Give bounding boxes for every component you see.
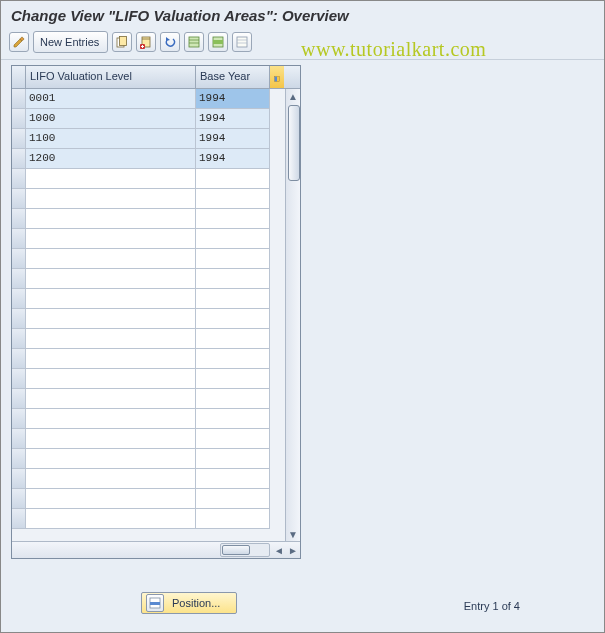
- row-selector[interactable]: [12, 389, 26, 409]
- cell-level[interactable]: 0001: [26, 89, 196, 109]
- horizontal-scrollbar[interactable]: ◄ ►: [12, 541, 300, 558]
- cell-base-year[interactable]: [196, 289, 270, 309]
- scroll-up-icon[interactable]: ▲: [286, 89, 300, 103]
- undo-button[interactable]: [160, 32, 180, 52]
- cell-level[interactable]: [26, 189, 196, 209]
- cell-level[interactable]: [26, 349, 196, 369]
- cell-base-year[interactable]: [196, 249, 270, 269]
- column-header-base-year[interactable]: Base Year: [196, 66, 270, 88]
- row-selector[interactable]: [12, 429, 26, 449]
- row-selector[interactable]: [12, 369, 26, 389]
- cell-base-year[interactable]: [196, 309, 270, 329]
- table-row: [12, 429, 300, 449]
- cell-base-year[interactable]: [196, 169, 270, 189]
- cell-base-year[interactable]: [196, 229, 270, 249]
- cell-level[interactable]: [26, 229, 196, 249]
- scroll-track[interactable]: [286, 103, 300, 527]
- table-row: [12, 509, 300, 529]
- cell-level[interactable]: 1000: [26, 109, 196, 129]
- cell-base-year[interactable]: [196, 389, 270, 409]
- row-selector[interactable]: [12, 449, 26, 469]
- new-entries-button[interactable]: New Entries: [33, 31, 108, 53]
- cell-level[interactable]: [26, 509, 196, 529]
- row-selector-header[interactable]: [12, 66, 26, 88]
- cell-base-year[interactable]: [196, 269, 270, 289]
- cell-base-year[interactable]: [196, 189, 270, 209]
- toggle-display-change-button[interactable]: [9, 32, 29, 52]
- select-all-button[interactable]: [184, 32, 204, 52]
- row-selector[interactable]: [12, 469, 26, 489]
- cell-level[interactable]: [26, 289, 196, 309]
- row-selector[interactable]: [12, 309, 26, 329]
- scroll-right-icon[interactable]: ►: [286, 543, 300, 557]
- row-selector[interactable]: [12, 489, 26, 509]
- cell-level[interactable]: 1200: [26, 149, 196, 169]
- copy-as-button[interactable]: [112, 32, 132, 52]
- scroll-thumb[interactable]: [288, 105, 300, 181]
- cell-level[interactable]: [26, 369, 196, 389]
- cell-base-year[interactable]: 1994: [196, 149, 270, 169]
- table-row: [12, 489, 300, 509]
- cell-base-year[interactable]: [196, 469, 270, 489]
- vertical-scrollbar[interactable]: ▲ ▼: [285, 89, 300, 541]
- cell-level[interactable]: [26, 209, 196, 229]
- cell-level[interactable]: [26, 449, 196, 469]
- cell-level[interactable]: [26, 389, 196, 409]
- row-selector[interactable]: [12, 289, 26, 309]
- cell-base-year[interactable]: [196, 209, 270, 229]
- cell-base-year[interactable]: 1994: [196, 109, 270, 129]
- cell-base-year[interactable]: 1994: [196, 89, 270, 109]
- entry-status: Entry 1 of 4: [464, 600, 520, 612]
- cell-level[interactable]: [26, 429, 196, 449]
- cell-level[interactable]: [26, 269, 196, 289]
- row-selector[interactable]: [12, 409, 26, 429]
- cell-level[interactable]: [26, 329, 196, 349]
- row-selector[interactable]: [12, 509, 26, 529]
- row-selector[interactable]: [12, 189, 26, 209]
- cell-level[interactable]: [26, 409, 196, 429]
- cell-base-year[interactable]: 1994: [196, 129, 270, 149]
- scroll-down-icon[interactable]: ▼: [286, 527, 300, 541]
- cell-level[interactable]: [26, 309, 196, 329]
- toolbar: New Entries: [1, 28, 604, 60]
- row-selector[interactable]: [12, 269, 26, 289]
- cell-base-year[interactable]: [196, 429, 270, 449]
- row-selector[interactable]: [12, 109, 26, 129]
- row-selector[interactable]: [12, 329, 26, 349]
- scroll-left-icon[interactable]: ◄: [272, 543, 286, 557]
- table-row: [12, 249, 300, 269]
- cell-level[interactable]: [26, 249, 196, 269]
- row-selector[interactable]: [12, 249, 26, 269]
- cell-base-year[interactable]: [196, 329, 270, 349]
- table-header: LIFO Valuation Level Base Year: [12, 66, 300, 89]
- cell-level[interactable]: [26, 169, 196, 189]
- cell-base-year[interactable]: [196, 409, 270, 429]
- cell-base-year[interactable]: [196, 449, 270, 469]
- cell-level[interactable]: 1100: [26, 129, 196, 149]
- select-block-button[interactable]: [208, 32, 228, 52]
- cell-level[interactable]: [26, 469, 196, 489]
- row-selector[interactable]: [12, 129, 26, 149]
- row-selector[interactable]: [12, 349, 26, 369]
- hscroll-track[interactable]: [220, 543, 270, 557]
- cell-base-year[interactable]: [196, 349, 270, 369]
- row-selector[interactable]: [12, 149, 26, 169]
- cell-base-year[interactable]: [196, 489, 270, 509]
- cell-base-year[interactable]: [196, 369, 270, 389]
- column-header-level[interactable]: LIFO Valuation Level: [26, 66, 196, 88]
- position-button[interactable]: Position...: [141, 592, 237, 614]
- svg-rect-17: [150, 602, 160, 605]
- deselect-all-button[interactable]: [232, 32, 252, 52]
- row-selector[interactable]: [12, 89, 26, 109]
- row-selector[interactable]: [12, 229, 26, 249]
- cell-base-year[interactable]: [196, 509, 270, 529]
- svg-rect-11: [237, 37, 247, 47]
- position-button-label: Position...: [172, 597, 220, 609]
- svg-rect-15: [275, 77, 277, 82]
- table-config-button[interactable]: [270, 66, 284, 88]
- hscroll-thumb[interactable]: [222, 545, 250, 555]
- cell-level[interactable]: [26, 489, 196, 509]
- row-selector[interactable]: [12, 169, 26, 189]
- delete-button[interactable]: [136, 32, 156, 52]
- row-selector[interactable]: [12, 209, 26, 229]
